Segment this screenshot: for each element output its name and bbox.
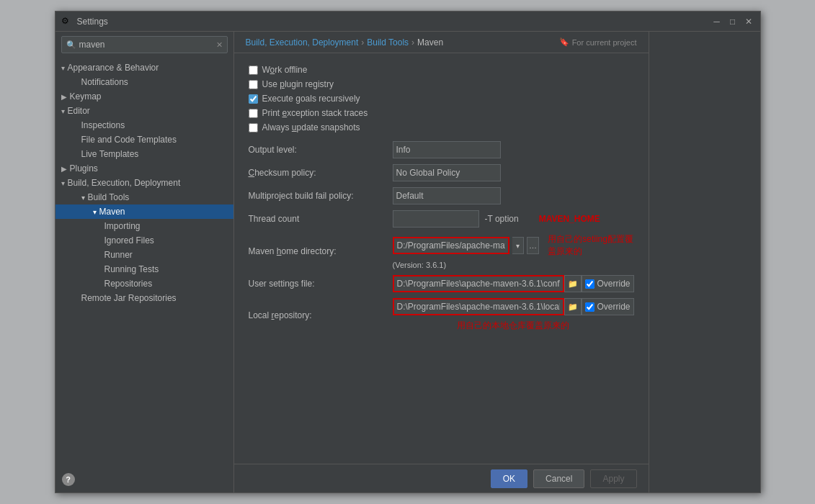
checksum-policy-select-container: No Global Policy Fail Warn Ignore [393,164,634,181]
breadcrumb: Build, Execution, Deployment › Build Too… [234,32,649,53]
close-button[interactable]: ✕ [743,16,754,27]
output-level-label: Output level: [249,145,393,155]
maven-home-annotation: MAVEN_HOME [539,214,600,224]
use-plugin-registry-checkbox[interactable] [249,80,258,89]
sidebar-item-notifications[interactable]: Notifications [55,75,233,89]
sidebar-item-maven-label: Maven [99,207,125,217]
search-clear-button[interactable]: ✕ [216,40,223,50]
print-exception-row: Print exception stack traces [249,108,634,118]
sidebar-item-plugins[interactable]: ▶ Plugins [55,161,233,176]
expand-arrow-keymap-icon: ▶ [61,93,67,101]
expand-arrow-build-icon: ▾ [61,179,65,187]
maximize-button[interactable]: □ [727,16,739,27]
thread-count-row: -T option MAVEN_HOME [393,210,634,228]
always-update-label: Always update snapshots [262,122,360,132]
sidebar-item-build-tools[interactable]: ▾ Build Tools [55,190,233,204]
local-repo-override-container: Override [582,298,633,315]
t-option-label: -T option [485,214,519,224]
expand-arrow-maven-icon: ▾ [93,208,97,216]
sidebar-item-remote-jar-repos-label: Remote Jar Repositories [81,293,177,303]
sidebar-item-appearance[interactable]: ▾ Appearance & Behavior [55,60,233,75]
local-repo-annotation: 用自己的本地仓库覆盖原来的 [393,320,634,332]
user-settings-input[interactable] [393,275,565,292]
user-settings-override-container: Override [582,275,633,292]
sidebar-item-ignored-files[interactable]: Ignored Files [55,233,233,248]
execute-goals-checkbox[interactable] [249,94,258,104]
user-settings-override-label: Override [597,279,630,289]
settings-sidebar: 🔍 ✕ ▾ Appearance & Behavior Notification… [55,32,234,492]
print-exception-label: Print exception stack traces [262,108,368,118]
use-plugin-registry-label: Use plugin registry [262,79,334,89]
print-exception-checkbox[interactable] [249,109,258,118]
execute-goals-row: Execute goals recursively [249,94,634,104]
right-extra-panel [649,32,760,492]
right-panel: Build, Execution, Deployment › Build Too… [234,32,649,492]
ok-button[interactable]: OK [491,469,527,488]
sidebar-item-live-templates[interactable]: Live Templates [55,147,233,161]
search-input[interactable] [79,40,216,50]
local-repo-browse-button[interactable]: 📁 [564,298,582,315]
window-title: Settings [77,17,711,27]
for-current-project-label: For current project [572,38,637,47]
sidebar-item-appearance-label: Appearance & Behavior [68,63,159,73]
thread-count-input[interactable] [393,210,479,228]
local-repo-input[interactable] [393,298,565,315]
sidebar-item-running-tests[interactable]: Running Tests [55,262,233,276]
sidebar-item-build-exec-deploy[interactable]: ▾ Build, Execution, Deployment [55,176,233,190]
sidebar-item-importing-label: Importing [104,221,141,231]
sidebar-item-runner-label: Runner [104,250,133,260]
user-settings-browse-button[interactable]: 📁 [564,275,582,292]
execute-goals-label: Execute goals recursively [262,94,360,104]
breadcrumb-sep-1: › [361,37,364,48]
expand-arrow-plugins-icon: ▶ [61,165,67,173]
output-level-select[interactable]: Info Debug Warning Error [393,141,501,158]
cancel-button[interactable]: Cancel [533,469,584,488]
local-repo-container: 📁 Override 用自己的本地仓库覆盖原来的 [393,298,634,332]
always-update-checkbox[interactable] [249,123,258,132]
breadcrumb-build[interactable]: Build, Execution, Deployment [246,37,359,48]
user-settings-label: User settings file: [249,279,393,289]
expand-arrow-editor-icon: ▾ [61,107,65,115]
maven-home-label: Maven home directory: [249,246,393,256]
checksum-policy-label: Checksum policy: [249,168,393,178]
sidebar-item-repositories[interactable]: Repositories [55,276,233,291]
help-button[interactable]: ? [62,473,75,486]
sidebar-item-runner[interactable]: Runner [55,248,233,262]
work-offline-row: Work offline [249,65,634,75]
maven-home-annotation-text: 用自己的setiing配置覆盖原来的 [548,233,633,258]
sidebar-item-build-tools-label: Build Tools [88,192,130,202]
user-settings-override-checkbox[interactable] [585,279,594,289]
sidebar-item-remote-jar-repos[interactable]: Remote Jar Repositories [55,291,233,305]
local-repo-label: Local repository: [249,310,393,320]
search-box[interactable]: 🔍 ✕ [61,36,228,53]
multiproject-select[interactable]: Default Fail Fast Fail Never [393,187,501,204]
breadcrumb-build-tools[interactable]: Build Tools [367,37,409,48]
maven-home-browse-button[interactable]: … [527,237,540,254]
multiproject-label: Multiproject build fail policy: [249,191,393,201]
sidebar-item-file-code-templates[interactable]: File and Code Templates [55,132,233,147]
output-level-select-container: Info Debug Warning Error [393,141,634,158]
breadcrumb-maven: Maven [417,37,443,48]
apply-button[interactable]: Apply [590,469,636,488]
maven-home-dropdown-button[interactable]: ▾ [512,237,524,254]
user-settings-row: 📁 Override [393,275,634,292]
expand-arrow-icon: ▾ [61,64,65,72]
sidebar-item-maven[interactable]: ▾ Maven [55,204,233,219]
sidebar-item-inspections[interactable]: Inspections [55,118,233,132]
maven-home-input[interactable] [393,237,509,254]
sidebar-item-importing[interactable]: Importing [55,219,233,233]
sidebar-item-keymap[interactable]: ▶ Keymap [55,89,233,104]
minimize-button[interactable]: ─ [711,16,723,27]
bottom-bar: OK Cancel Apply [234,464,649,492]
expand-arrow-build-tools-icon: ▾ [81,194,85,202]
sidebar-item-editor[interactable]: ▾ Editor [55,104,233,118]
sidebar-item-repositories-label: Repositories [104,279,153,289]
multiproject-select-container: Default Fail Fast Fail Never [393,187,634,204]
work-offline-checkbox[interactable] [249,66,258,75]
sidebar-item-editor-label: Editor [68,106,90,116]
bookmark-icon: 🔖 [559,37,569,47]
checksum-policy-select[interactable]: No Global Policy Fail Warn Ignore [393,164,501,181]
settings-tree: ▾ Appearance & Behavior Notifications ▶ … [55,58,233,492]
sidebar-item-file-code-templates-label: File and Code Templates [81,135,177,145]
local-repo-override-checkbox[interactable] [585,302,594,312]
